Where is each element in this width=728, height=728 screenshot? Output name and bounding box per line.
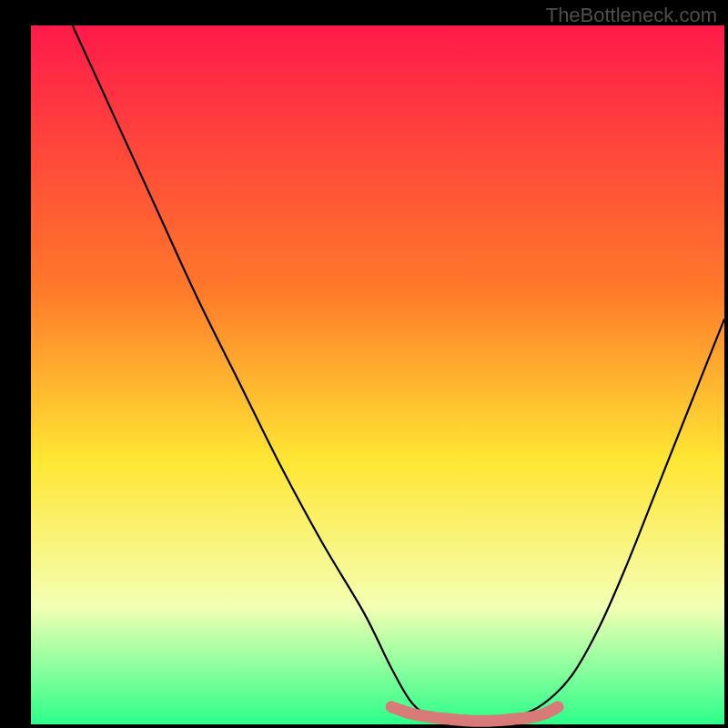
chart-frame: TheBottleneck.com [0,0,728,728]
plot-area [31,25,724,724]
watermark-text: TheBottleneck.com [546,4,717,27]
bottleneck-chart [0,0,728,728]
